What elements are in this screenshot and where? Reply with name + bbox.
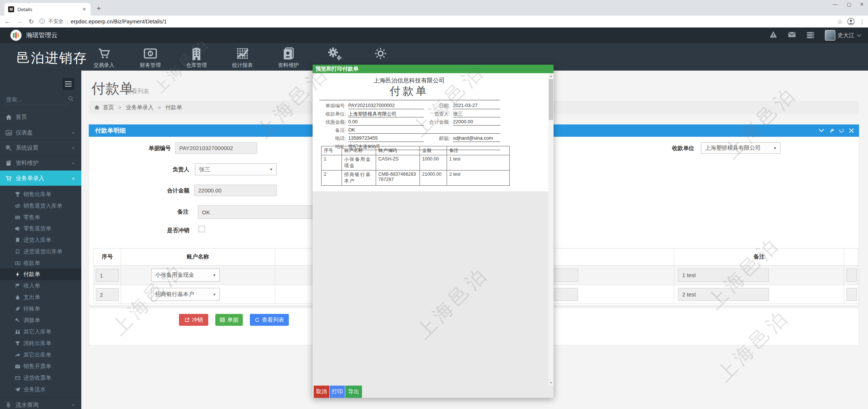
row-no-input[interactable]: 2 <box>96 288 119 301</box>
back-icon[interactable]: ← <box>1 18 13 25</box>
sidebar-item-home[interactable]: 首页 <box>0 110 81 125</box>
alert-icon[interactable] <box>769 30 777 39</box>
sidebar-item-retail[interactable]: 零售单 <box>0 212 81 223</box>
sidebar-item-business-entry[interactable]: 业务单录入 < <box>0 171 81 186</box>
security-label[interactable]: 不安全 <box>48 18 63 25</box>
collapse-chevron-down-icon[interactable] <box>819 129 824 133</box>
scrollbar-thumb[interactable] <box>549 79 553 120</box>
sidebar-item-payment[interactable]: 付款单 <box>0 269 81 280</box>
manager-select[interactable]: 张三 ▼ <box>195 163 277 175</box>
window-close-icon[interactable]: ✕ <box>860 1 864 7</box>
sidebar-item-other-inbound[interactable]: 其它入库单 <box>0 326 81 338</box>
reverse-button[interactable]: 冲销 <box>179 314 208 326</box>
browser-menu-icon[interactable]: ⋮ <box>859 18 865 25</box>
sidebar-item-label: 业务流水 <box>23 386 46 393</box>
menu-item-theme[interactable] <box>358 46 403 62</box>
window-minimize-icon[interactable]: — <box>833 1 838 7</box>
mail-icon[interactable] <box>788 30 796 39</box>
total-input[interactable]: 22000.00 <box>194 185 277 196</box>
payee-select[interactable]: 上海塑骄模具有限公司 ▼ <box>701 142 780 154</box>
browser-tab[interactable]: M Details ✕ <box>4 3 91 16</box>
modal-scrollbar[interactable]: ▲ ▼ <box>548 73 554 386</box>
sidebar-item-receipt[interactable]: 收款单 <box>0 257 81 269</box>
sidebar-item-allocation[interactable]: 调拨单 <box>0 315 81 326</box>
col-extra <box>844 249 858 265</box>
profile-icon[interactable] <box>847 18 855 25</box>
menu-item-reports[interactable]: 统计报表 <box>220 46 265 69</box>
forward-icon[interactable]: → <box>13 18 25 25</box>
row-extra-input-partial[interactable] <box>846 269 857 282</box>
sidebar-item-other-outbound[interactable]: 其它出库单 <box>0 349 81 361</box>
doc-cell-remark: 1 test <box>447 155 510 171</box>
banknote-icon: 1 <box>144 47 157 60</box>
modal-print-button[interactable]: 打印 <box>330 386 345 398</box>
doc-button-label: 单据 <box>227 317 238 324</box>
doc-button[interactable]: 单据 <box>215 314 243 326</box>
sidebar-item-sales-outbound[interactable]: 销售出库单 <box>0 189 81 200</box>
row-extra-input-partial[interactable] <box>846 288 857 301</box>
reload-icon[interactable]: ↻ <box>25 18 37 26</box>
sidebar-search-input[interactable] <box>5 94 67 105</box>
scroll-up-icon[interactable]: ▲ <box>548 74 554 78</box>
menu-item-warehouse[interactable]: 仓库管理 <box>174 46 219 69</box>
sidebar-item-data-maintenance[interactable]: 资料维护 < <box>0 155 81 171</box>
sidebar-item-dashboard[interactable]: 仪表盘 < <box>0 125 81 140</box>
col-account: 账户名称 <box>121 249 275 265</box>
modal-cancel-button[interactable]: 取消 <box>314 386 329 398</box>
user-avatar[interactable] <box>825 30 835 40</box>
sidebar-toggle-icon[interactable] <box>62 78 74 90</box>
close-icon[interactable] <box>849 128 854 133</box>
user-name[interactable]: 史大江 <box>838 30 854 40</box>
bookmark-outline-icon <box>15 249 20 254</box>
tasks-icon[interactable] <box>806 30 815 39</box>
field-label: 合计金额: <box>424 119 450 126</box>
row-remark-input[interactable]: 2 test <box>678 288 769 301</box>
breadcrumb-home[interactable]: 首页 <box>103 104 114 111</box>
sidebar-item-system-settings[interactable]: 系统设置 < <box>0 140 81 155</box>
sidebar-item-flow-query[interactable]: 流水查询 < <box>0 397 81 409</box>
site-info-icon[interactable]: ⓘ <box>37 18 47 25</box>
bookmark-star-icon[interactable]: ☆ <box>837 18 843 26</box>
wrench-icon[interactable] <box>829 128 834 133</box>
row-remark-input[interactable]: 1 test <box>678 269 769 282</box>
modal-export-button[interactable]: 导出 <box>345 386 362 398</box>
sidebar-item-consume-outbound[interactable]: 消耗出库单 <box>0 338 81 349</box>
row-account-select[interactable]: 招商银行基本户▼ <box>151 288 220 301</box>
window-maximize-icon[interactable]: ▢ <box>847 1 851 7</box>
modal-title[interactable]: 预览和打印付款单 <box>313 65 554 73</box>
refresh-icon[interactable] <box>839 128 844 133</box>
view-list-button[interactable]: 查看列表 <box>250 314 289 326</box>
brand-name[interactable]: 瀚琚管理云 <box>26 30 58 41</box>
sidebar-item-income[interactable]: 收入单 <box>0 280 81 292</box>
sidebar-item-sales-invoice[interactable]: 销售开票单 <box>0 361 81 372</box>
tab-close-icon[interactable]: ✕ <box>82 6 87 13</box>
field-value: 2021-03-27 <box>453 103 500 109</box>
sidebar-item-business-flow[interactable]: 业务流水 <box>0 384 81 395</box>
scroll-down-icon[interactable]: ▼ <box>548 381 554 384</box>
menu-item-data-maintenance[interactable]: 资料维护 <box>266 46 311 69</box>
sidebar-item-label: 调拨单 <box>23 317 40 324</box>
sidebar-item-retail-return[interactable]: 零售退货单 <box>0 223 81 234</box>
menu-item-finance[interactable]: 1 财务管理 <box>128 46 173 69</box>
breadcrumb-business-entry[interactable]: 业务单录入 <box>126 104 154 111</box>
row-no-input[interactable]: 1 <box>96 269 119 282</box>
sidebar-item-purchase-invoice[interactable]: 进货收票单 <box>0 372 81 384</box>
sidebar-item-purchase-return-outbound[interactable]: 进货退货出库单 <box>0 246 81 257</box>
new-tab-button[interactable]: + <box>94 4 103 13</box>
page-subtitle: 查看列表 <box>125 88 149 95</box>
url-text[interactable]: erpdoc.epoerp.cn/Biz/Payment/Details/1 <box>71 19 167 25</box>
paperclip-icon <box>6 402 12 408</box>
search-icon[interactable] <box>68 96 74 102</box>
sidebar-item-sales-return-inbound[interactable]: 销售退货入库单 <box>0 200 81 212</box>
gears-icon <box>327 47 342 60</box>
menu-item-system[interactable] <box>312 46 357 62</box>
row-account-select[interactable]: 小张备用金现金▼ <box>151 269 220 282</box>
reverse-checkbox[interactable] <box>199 226 205 232</box>
sidebar-item-purchase-inbound[interactable]: 进货入库单 <box>0 234 81 246</box>
doc-cell-no: 2 <box>322 171 342 186</box>
sidebar-item-transfer[interactable]: 转账单 <box>0 303 81 315</box>
sidebar-item-expense[interactable]: 支出单 <box>0 292 81 303</box>
menu-item-transaction-entry[interactable]: 交易录入 <box>82 46 126 69</box>
doc-no-input[interactable]: PAY20210327000002 <box>175 142 257 154</box>
user-caret-down-icon[interactable] <box>857 34 861 37</box>
